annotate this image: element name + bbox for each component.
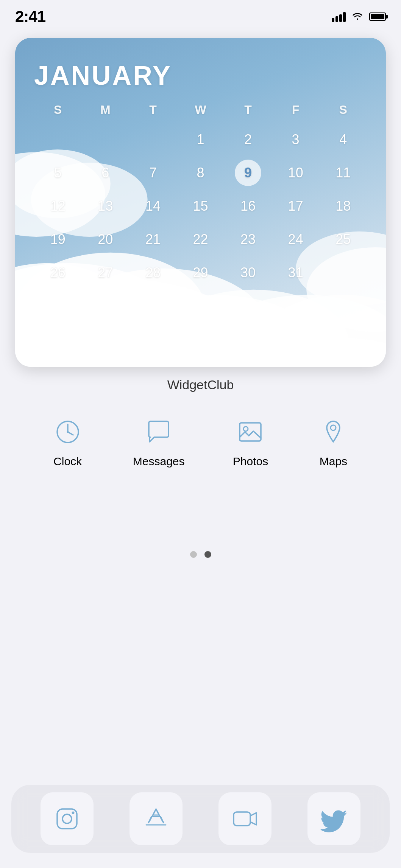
calendar-week-4: 19 20 21 22 23 24 25 <box>34 225 367 254</box>
calendar-week-5: 26 27 28 29 30 31 <box>34 258 367 287</box>
svg-rect-28 <box>234 812 250 826</box>
maps-label: Maps <box>320 455 347 468</box>
page-dot-2 <box>204 551 211 558</box>
weekday-sat: S <box>319 98 367 121</box>
weekday-fri: F <box>272 98 320 121</box>
cal-day-24[interactable]: 24 <box>272 225 320 254</box>
calendar-week-2: 5 6 7 8 9 10 11 <box>34 158 367 188</box>
cal-day-4[interactable]: 4 <box>319 125 367 154</box>
calendar-overlay: JANUARY S M T W T F S 1 2 <box>15 38 386 367</box>
main-content: JANUARY S M T W T F S 1 2 <box>0 26 401 558</box>
svg-point-24 <box>331 425 336 430</box>
dock-icon-twitter[interactable] <box>307 792 360 845</box>
cal-day-6[interactable]: 6 <box>82 158 130 188</box>
dock <box>0 777 401 868</box>
calendar-week-1: 1 2 3 4 <box>34 125 367 154</box>
page-indicator <box>15 551 386 558</box>
signal-icon <box>332 11 346 22</box>
cal-day-16[interactable]: 16 <box>224 191 272 221</box>
app-icons-row: Clock Messages Photos <box>15 392 386 475</box>
cal-day-7[interactable]: 7 <box>129 158 177 188</box>
cal-day-18[interactable]: 18 <box>319 191 367 221</box>
svg-point-27 <box>72 812 75 814</box>
dock-inner <box>11 785 390 853</box>
cal-day-13[interactable]: 13 <box>82 191 130 221</box>
battery-icon <box>369 12 386 21</box>
cal-day-empty-2 <box>82 125 130 154</box>
svg-point-23 <box>243 427 248 431</box>
widget-club-label: WidgetClub <box>15 377 386 392</box>
cal-day-1[interactable]: 1 <box>177 125 225 154</box>
cal-day-23[interactable]: 23 <box>224 225 272 254</box>
cal-day-8[interactable]: 8 <box>177 158 225 188</box>
weekday-sun: S <box>34 98 82 121</box>
calendar-header-row: S M T W T F S <box>34 98 367 121</box>
svg-point-26 <box>62 814 72 823</box>
cal-day-20[interactable]: 20 <box>82 225 130 254</box>
cal-day-5[interactable]: 5 <box>34 158 82 188</box>
cal-day-27[interactable]: 27 <box>82 258 130 287</box>
dock-icon-facetime[interactable] <box>218 792 271 845</box>
cal-day-11[interactable]: 11 <box>319 158 367 188</box>
cal-day-3[interactable]: 3 <box>272 125 320 154</box>
calendar-month: JANUARY <box>34 61 367 91</box>
wifi-icon <box>351 11 364 22</box>
cal-day-19[interactable]: 19 <box>34 225 82 254</box>
dock-icon-instagram[interactable] <box>41 792 94 845</box>
page-dot-1 <box>190 551 197 558</box>
messages-label: Messages <box>133 455 185 468</box>
weekday-tue: T <box>129 98 177 121</box>
cal-day-empty-1 <box>34 125 82 154</box>
messages-icon <box>142 415 176 449</box>
cal-day-31[interactable]: 31 <box>272 258 320 287</box>
cal-day-10[interactable]: 10 <box>272 158 320 188</box>
cal-day-29[interactable]: 29 <box>177 258 225 287</box>
photos-label: Photos <box>233 455 268 468</box>
cal-day-2[interactable]: 2 <box>224 125 272 154</box>
svg-rect-22 <box>240 423 261 441</box>
maps-icon <box>316 415 350 449</box>
app-icon-maps[interactable]: Maps <box>316 415 350 468</box>
cal-day-9-today[interactable]: 9 <box>235 160 261 186</box>
calendar-widget[interactable]: JANUARY S M T W T F S 1 2 <box>15 38 386 367</box>
app-icon-photos[interactable]: Photos <box>233 415 268 468</box>
clock-label: Clock <box>53 455 82 468</box>
calendar-grid: S M T W T F S 1 2 3 4 <box>34 98 367 287</box>
cal-day-empty-end <box>319 258 367 287</box>
weekday-mon: M <box>82 98 130 121</box>
dock-icon-appstore[interactable] <box>130 792 183 845</box>
status-bar: 2:41 <box>0 0 401 26</box>
status-time: 2:41 <box>15 8 45 26</box>
cal-day-22[interactable]: 22 <box>177 225 225 254</box>
cal-day-15[interactable]: 15 <box>177 191 225 221</box>
cal-day-28[interactable]: 28 <box>129 258 177 287</box>
cal-day-17[interactable]: 17 <box>272 191 320 221</box>
cal-day-12[interactable]: 12 <box>34 191 82 221</box>
clock-icon <box>51 415 85 449</box>
app-icon-clock[interactable]: Clock <box>51 415 85 468</box>
weekday-thu: T <box>224 98 272 121</box>
status-icons <box>332 11 386 22</box>
cal-day-26[interactable]: 26 <box>34 258 82 287</box>
svg-point-21 <box>67 431 69 433</box>
calendar-week-3: 12 13 14 15 16 17 18 <box>34 191 367 221</box>
cal-day-empty-3 <box>129 125 177 154</box>
cal-day-30[interactable]: 30 <box>224 258 272 287</box>
app-icon-messages[interactable]: Messages <box>133 415 185 468</box>
weekday-wed: W <box>177 98 225 121</box>
cal-day-14[interactable]: 14 <box>129 191 177 221</box>
photos-icon <box>233 415 267 449</box>
cal-day-21[interactable]: 21 <box>129 225 177 254</box>
cal-day-25[interactable]: 25 <box>319 225 367 254</box>
